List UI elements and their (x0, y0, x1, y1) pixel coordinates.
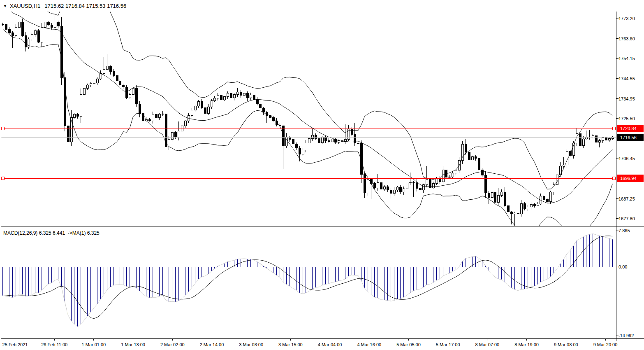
price-axis-tick-label: 1734.95 (619, 96, 635, 102)
time-axis-label: 3 Mar 03:00 (239, 342, 263, 348)
candle-bear (148, 120, 151, 121)
candle-bear (357, 143, 359, 143)
time-axis-label: 1 Mar 01:00 (82, 342, 106, 348)
candle-bull (93, 83, 95, 83)
candle-bear (478, 159, 480, 170)
candle-bull (367, 179, 369, 193)
candle-bull (471, 157, 473, 160)
candle-bear (240, 92, 242, 96)
candle-bull (34, 30, 36, 35)
time-axis-label: 25 Feb 2021 (2, 342, 28, 348)
ohlc-values: 1715.62 1716.84 1715.53 1716.56 (44, 3, 126, 9)
candle-bull (250, 95, 252, 98)
candle-bull (191, 110, 193, 116)
candle-bear (116, 76, 118, 81)
candle-bull (90, 83, 92, 85)
candle-bear (135, 88, 137, 104)
candle-bull (491, 192, 493, 197)
candle-bear (510, 212, 512, 214)
main-price-panel[interactable] (1, 0, 616, 236)
candle-bear (488, 193, 490, 197)
candle-bull (308, 138, 310, 143)
candle-bear (533, 205, 535, 206)
candle-bull (598, 140, 600, 142)
candle-bull (514, 213, 516, 214)
candle-bear (246, 93, 248, 98)
level-line-handle[interactable] (612, 177, 615, 180)
candle-bull (178, 131, 180, 138)
candle-bear (57, 22, 59, 26)
candle-bear (517, 213, 519, 214)
price-line-tag-upper[interactable]: 1720.84 (617, 125, 644, 132)
candle-bear (5, 24, 7, 30)
macd-panel[interactable] (3, 234, 613, 327)
candle-bull (426, 180, 428, 185)
candle-bear (373, 183, 375, 188)
candle-bull (321, 138, 323, 143)
candle-bull (44, 22, 46, 28)
candle-bear (351, 129, 353, 135)
candle-bear (468, 152, 470, 160)
level-line-handle[interactable] (1, 177, 4, 180)
candle-bull (302, 150, 304, 154)
candle-bear (360, 143, 362, 174)
level-line-handle[interactable] (612, 127, 615, 130)
time-axis-label: 9 Mar 08:00 (554, 342, 578, 348)
candle-bear (295, 144, 297, 148)
candle-bull (305, 143, 307, 150)
candle-bull (31, 35, 33, 39)
time-axis-label: 1 Mar 13:00 (121, 342, 145, 348)
candle-bear (465, 144, 467, 152)
candle-bull (608, 138, 610, 140)
time-axis-label: 5 Mar 17:00 (436, 342, 460, 348)
candle-bear (230, 93, 232, 98)
candle-bear (484, 175, 486, 193)
price-axis-tick-label: 1687.25 (619, 196, 635, 202)
candle-bull (28, 39, 30, 47)
candle-bull (537, 204, 539, 205)
candle-bull (100, 73, 102, 79)
candle-bear (543, 196, 545, 199)
time-axis-label: 8 Mar 07:00 (475, 342, 500, 348)
candle-bull (331, 139, 333, 142)
time-axis-label: 4 Mar 16:00 (357, 342, 381, 348)
candle-bear (119, 81, 121, 85)
candle-bull (184, 121, 186, 126)
candle-bull (197, 101, 199, 106)
candle-bear (125, 87, 127, 98)
candle-bear (507, 205, 509, 212)
candle-bear (416, 183, 418, 188)
candle-bear (605, 138, 607, 140)
candle-bear (47, 22, 49, 25)
candle-bear (21, 22, 23, 36)
symbol-dropdown-icon[interactable]: ▼ (3, 4, 7, 8)
candle-bear (37, 30, 39, 42)
candle-bull (227, 93, 229, 97)
time-axis-label: 26 Feb 11:00 (41, 342, 67, 348)
price-axis-tick-label: 1754.15 (619, 56, 635, 61)
price-axis-tick-label: 1773.20 (619, 16, 635, 21)
level-line-handle[interactable] (1, 127, 4, 130)
candle-bull (452, 173, 454, 177)
candle-bear (220, 96, 222, 100)
candle-bull (403, 189, 405, 192)
candle-bull (527, 207, 529, 209)
bollinger-middle-band (3, 6, 613, 203)
candle-bear (390, 190, 392, 194)
candle-bull (585, 138, 587, 139)
price-axis-tick-label: 1706.45 (619, 156, 635, 161)
candle-bull (132, 88, 134, 94)
candle-bull (530, 205, 532, 207)
candle-bull (80, 94, 82, 116)
candle-bear (579, 134, 581, 146)
candle-bull (377, 182, 379, 188)
candle-bear (399, 187, 401, 192)
price-line-tag-lower[interactable]: 1696.94 (617, 175, 644, 182)
macd-axis-tick-label: 0.00 (619, 264, 627, 270)
candle-bear (546, 199, 548, 201)
candle-bear (481, 170, 483, 175)
candle-bull (455, 170, 457, 173)
chart-canvas[interactable] (0, 0, 644, 350)
candle-bull (383, 187, 385, 189)
candle-bull (563, 165, 565, 166)
